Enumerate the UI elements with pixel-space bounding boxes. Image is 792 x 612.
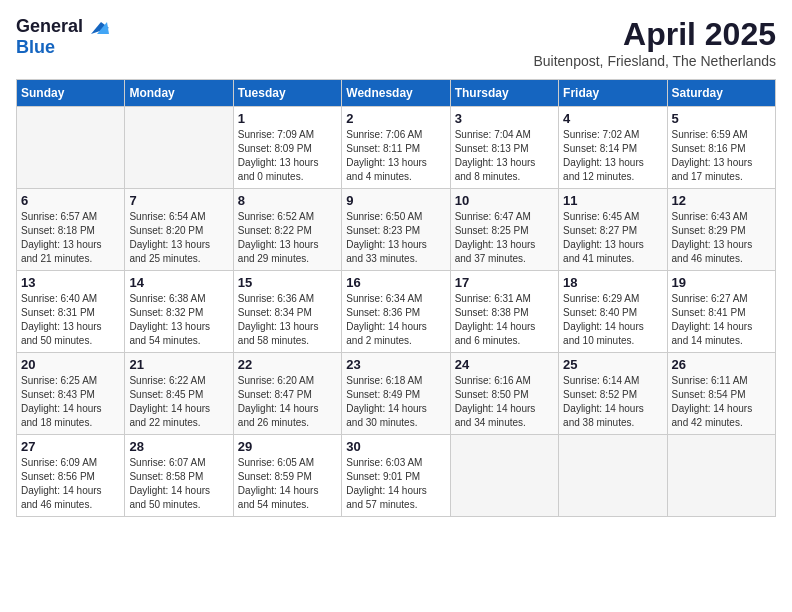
calendar-cell: 28Sunrise: 6:07 AMSunset: 8:58 PMDayligh… — [125, 435, 233, 517]
calendar-week-2: 6Sunrise: 6:57 AMSunset: 8:18 PMDaylight… — [17, 189, 776, 271]
day-info: Sunrise: 6:43 AMSunset: 8:29 PMDaylight:… — [672, 210, 771, 266]
calendar-cell: 9Sunrise: 6:50 AMSunset: 8:23 PMDaylight… — [342, 189, 450, 271]
day-info: Sunrise: 6:29 AMSunset: 8:40 PMDaylight:… — [563, 292, 662, 348]
calendar-cell: 6Sunrise: 6:57 AMSunset: 8:18 PMDaylight… — [17, 189, 125, 271]
day-info: Sunrise: 6:16 AMSunset: 8:50 PMDaylight:… — [455, 374, 554, 430]
calendar-subtitle: Buitenpost, Friesland, The Netherlands — [533, 53, 776, 69]
day-number: 5 — [672, 111, 771, 126]
day-info: Sunrise: 6:38 AMSunset: 8:32 PMDaylight:… — [129, 292, 228, 348]
logo: General Blue — [16, 16, 109, 58]
day-info: Sunrise: 6:20 AMSunset: 8:47 PMDaylight:… — [238, 374, 337, 430]
calendar-cell: 10Sunrise: 6:47 AMSunset: 8:25 PMDayligh… — [450, 189, 558, 271]
day-info: Sunrise: 6:31 AMSunset: 8:38 PMDaylight:… — [455, 292, 554, 348]
calendar-cell: 21Sunrise: 6:22 AMSunset: 8:45 PMDayligh… — [125, 353, 233, 435]
day-info: Sunrise: 6:09 AMSunset: 8:56 PMDaylight:… — [21, 456, 120, 512]
day-info: Sunrise: 6:52 AMSunset: 8:22 PMDaylight:… — [238, 210, 337, 266]
day-info: Sunrise: 6:40 AMSunset: 8:31 PMDaylight:… — [21, 292, 120, 348]
day-info: Sunrise: 7:02 AMSunset: 8:14 PMDaylight:… — [563, 128, 662, 184]
calendar-title: April 2025 — [533, 16, 776, 53]
calendar-table: SundayMondayTuesdayWednesdayThursdayFrid… — [16, 79, 776, 517]
day-info: Sunrise: 6:11 AMSunset: 8:54 PMDaylight:… — [672, 374, 771, 430]
calendar-cell: 8Sunrise: 6:52 AMSunset: 8:22 PMDaylight… — [233, 189, 341, 271]
day-number: 8 — [238, 193, 337, 208]
calendar-cell — [450, 435, 558, 517]
calendar-week-5: 27Sunrise: 6:09 AMSunset: 8:56 PMDayligh… — [17, 435, 776, 517]
day-info: Sunrise: 6:57 AMSunset: 8:18 PMDaylight:… — [21, 210, 120, 266]
calendar-cell: 1Sunrise: 7:09 AMSunset: 8:09 PMDaylight… — [233, 107, 341, 189]
day-number: 11 — [563, 193, 662, 208]
day-header-thursday: Thursday — [450, 80, 558, 107]
day-number: 13 — [21, 275, 120, 290]
day-number: 10 — [455, 193, 554, 208]
day-number: 16 — [346, 275, 445, 290]
day-info: Sunrise: 6:54 AMSunset: 8:20 PMDaylight:… — [129, 210, 228, 266]
day-number: 21 — [129, 357, 228, 372]
day-info: Sunrise: 6:03 AMSunset: 9:01 PMDaylight:… — [346, 456, 445, 512]
day-number: 1 — [238, 111, 337, 126]
calendar-week-1: 1Sunrise: 7:09 AMSunset: 8:09 PMDaylight… — [17, 107, 776, 189]
day-info: Sunrise: 6:25 AMSunset: 8:43 PMDaylight:… — [21, 374, 120, 430]
day-header-tuesday: Tuesday — [233, 80, 341, 107]
day-number: 6 — [21, 193, 120, 208]
calendar-cell: 17Sunrise: 6:31 AMSunset: 8:38 PMDayligh… — [450, 271, 558, 353]
day-info: Sunrise: 7:09 AMSunset: 8:09 PMDaylight:… — [238, 128, 337, 184]
calendar-cell: 11Sunrise: 6:45 AMSunset: 8:27 PMDayligh… — [559, 189, 667, 271]
day-info: Sunrise: 6:47 AMSunset: 8:25 PMDaylight:… — [455, 210, 554, 266]
calendar-cell: 30Sunrise: 6:03 AMSunset: 9:01 PMDayligh… — [342, 435, 450, 517]
calendar-cell — [125, 107, 233, 189]
day-info: Sunrise: 7:04 AMSunset: 8:13 PMDaylight:… — [455, 128, 554, 184]
calendar-cell: 15Sunrise: 6:36 AMSunset: 8:34 PMDayligh… — [233, 271, 341, 353]
page-header: General Blue April 2025 Buitenpost, Frie… — [16, 16, 776, 69]
day-info: Sunrise: 6:22 AMSunset: 8:45 PMDaylight:… — [129, 374, 228, 430]
calendar-cell: 12Sunrise: 6:43 AMSunset: 8:29 PMDayligh… — [667, 189, 775, 271]
calendar-cell: 23Sunrise: 6:18 AMSunset: 8:49 PMDayligh… — [342, 353, 450, 435]
day-number: 30 — [346, 439, 445, 454]
day-number: 20 — [21, 357, 120, 372]
day-number: 25 — [563, 357, 662, 372]
calendar-cell: 3Sunrise: 7:04 AMSunset: 8:13 PMDaylight… — [450, 107, 558, 189]
day-header-monday: Monday — [125, 80, 233, 107]
day-number: 12 — [672, 193, 771, 208]
day-number: 3 — [455, 111, 554, 126]
calendar-cell: 26Sunrise: 6:11 AMSunset: 8:54 PMDayligh… — [667, 353, 775, 435]
calendar-week-4: 20Sunrise: 6:25 AMSunset: 8:43 PMDayligh… — [17, 353, 776, 435]
day-number: 27 — [21, 439, 120, 454]
calendar-cell: 16Sunrise: 6:34 AMSunset: 8:36 PMDayligh… — [342, 271, 450, 353]
calendar-cell: 14Sunrise: 6:38 AMSunset: 8:32 PMDayligh… — [125, 271, 233, 353]
day-number: 28 — [129, 439, 228, 454]
day-info: Sunrise: 6:36 AMSunset: 8:34 PMDaylight:… — [238, 292, 337, 348]
day-header-sunday: Sunday — [17, 80, 125, 107]
day-number: 23 — [346, 357, 445, 372]
calendar-cell: 29Sunrise: 6:05 AMSunset: 8:59 PMDayligh… — [233, 435, 341, 517]
calendar-cell: 4Sunrise: 7:02 AMSunset: 8:14 PMDaylight… — [559, 107, 667, 189]
calendar-cell — [559, 435, 667, 517]
calendar-cell — [17, 107, 125, 189]
calendar-header: SundayMondayTuesdayWednesdayThursdayFrid… — [17, 80, 776, 107]
day-number: 2 — [346, 111, 445, 126]
calendar-cell: 25Sunrise: 6:14 AMSunset: 8:52 PMDayligh… — [559, 353, 667, 435]
calendar-cell: 19Sunrise: 6:27 AMSunset: 8:41 PMDayligh… — [667, 271, 775, 353]
calendar-cell: 20Sunrise: 6:25 AMSunset: 8:43 PMDayligh… — [17, 353, 125, 435]
day-number: 22 — [238, 357, 337, 372]
day-header-saturday: Saturday — [667, 80, 775, 107]
title-block: April 2025 Buitenpost, Friesland, The Ne… — [533, 16, 776, 69]
day-number: 17 — [455, 275, 554, 290]
calendar-cell: 7Sunrise: 6:54 AMSunset: 8:20 PMDaylight… — [125, 189, 233, 271]
day-info: Sunrise: 6:07 AMSunset: 8:58 PMDaylight:… — [129, 456, 228, 512]
day-info: Sunrise: 6:34 AMSunset: 8:36 PMDaylight:… — [346, 292, 445, 348]
day-info: Sunrise: 6:45 AMSunset: 8:27 PMDaylight:… — [563, 210, 662, 266]
day-info: Sunrise: 6:18 AMSunset: 8:49 PMDaylight:… — [346, 374, 445, 430]
day-number: 29 — [238, 439, 337, 454]
logo-blue-text: Blue — [16, 37, 55, 57]
day-header-wednesday: Wednesday — [342, 80, 450, 107]
day-number: 26 — [672, 357, 771, 372]
day-info: Sunrise: 6:59 AMSunset: 8:16 PMDaylight:… — [672, 128, 771, 184]
day-number: 9 — [346, 193, 445, 208]
day-number: 4 — [563, 111, 662, 126]
day-info: Sunrise: 6:05 AMSunset: 8:59 PMDaylight:… — [238, 456, 337, 512]
day-number: 18 — [563, 275, 662, 290]
day-info: Sunrise: 6:14 AMSunset: 8:52 PMDaylight:… — [563, 374, 662, 430]
calendar-cell — [667, 435, 775, 517]
day-number: 24 — [455, 357, 554, 372]
day-number: 7 — [129, 193, 228, 208]
